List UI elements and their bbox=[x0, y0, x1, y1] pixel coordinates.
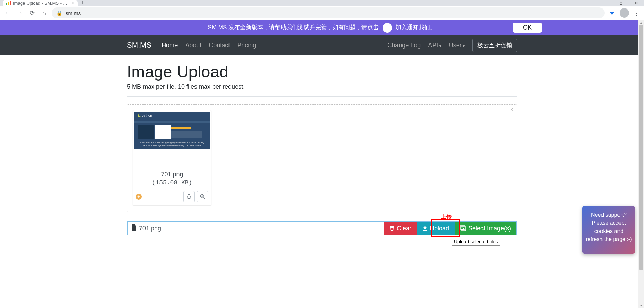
upload-icon bbox=[422, 225, 428, 231]
forward-button[interactable]: → bbox=[15, 8, 24, 18]
add-icon[interactable]: + bbox=[136, 194, 142, 200]
upload-button[interactable]: Upload bbox=[417, 222, 455, 235]
scrollbar-thumb[interactable] bbox=[639, 25, 643, 270]
file-thumbnail: python Python is a programming language … bbox=[134, 112, 210, 149]
nav-home[interactable]: Home bbox=[162, 42, 178, 49]
favicon-icon bbox=[6, 1, 11, 5]
address-bar[interactable]: 🔒 sm.ms bbox=[52, 7, 605, 18]
filename-input[interactable]: 701.png bbox=[128, 222, 384, 235]
browser-toolbar: ← → ⟳ ⌂ 🔒 sm.ms ★ ⋮ bbox=[0, 6, 644, 20]
maximize-button[interactable]: ◻ bbox=[613, 0, 628, 6]
main-navbar: SM.MS Home About Contact Pricing Change … bbox=[0, 35, 644, 55]
tab-close-icon[interactable]: × bbox=[71, 0, 74, 6]
delete-file-button[interactable] bbox=[183, 191, 195, 202]
clear-button[interactable]: Clear bbox=[384, 222, 417, 235]
upload-dropzone[interactable]: × python Python is a programming languag… bbox=[127, 104, 517, 212]
tab-row: Image Upload - SM.MS - Simp × + bbox=[0, 0, 644, 6]
announcement-banner: SM.MS 发布全新版本，请帮助我们测试并完善，如有问题，请点击 加入通知我们。… bbox=[0, 20, 644, 35]
profile-avatar[interactable] bbox=[620, 8, 629, 18]
bookmark-icon[interactable]: ★ bbox=[607, 8, 617, 18]
filename-text: 701.png bbox=[139, 225, 161, 232]
zoom-icon bbox=[200, 194, 205, 199]
main-container: Image Upload 5 MB max per file. 10 files… bbox=[127, 55, 517, 235]
reload-button[interactable]: ⟳ bbox=[27, 8, 37, 18]
home-button[interactable]: ⌂ bbox=[39, 8, 49, 18]
tab-title: Image Upload - SM.MS - Simp bbox=[13, 1, 69, 6]
file-preview-card: python Python is a programming language … bbox=[133, 110, 211, 205]
svg-rect-1 bbox=[8, 2, 9, 5]
file-actions: + bbox=[134, 189, 210, 204]
images-icon bbox=[460, 225, 466, 231]
support-widget[interactable]: Need support? Please accept cookies and … bbox=[582, 206, 635, 254]
nav-contact[interactable]: Contact bbox=[209, 42, 230, 49]
svg-point-9 bbox=[462, 227, 463, 228]
upload-tooltip: Upload selected files bbox=[452, 238, 500, 246]
browser-tab[interactable]: Image Upload - SM.MS - Simp × bbox=[3, 0, 78, 6]
file-size: (155.08 KB) bbox=[134, 179, 210, 186]
close-window-button[interactable]: ✕ bbox=[628, 0, 644, 6]
back-button[interactable]: ← bbox=[3, 8, 12, 18]
nav-api-dropdown[interactable]: API bbox=[428, 42, 441, 49]
divider bbox=[127, 96, 517, 97]
nav-user-dropdown[interactable]: User bbox=[449, 42, 465, 49]
vertical-scrollbar[interactable]: ▴ ▾ bbox=[638, 20, 644, 308]
banner-ok-button[interactable]: OK bbox=[513, 23, 542, 33]
select-images-button[interactable]: Select Image(s) bbox=[455, 222, 516, 235]
wechat-icon[interactable] bbox=[383, 23, 392, 33]
brand-logo[interactable]: SM.MS bbox=[127, 41, 151, 50]
nav-links: Home About Contact Pricing bbox=[162, 42, 256, 49]
page-subtitle: 5 MB max per file. 10 files max per requ… bbox=[127, 83, 517, 90]
browser-menu-icon[interactable]: ⋮ bbox=[632, 9, 641, 17]
zoom-file-button[interactable] bbox=[197, 191, 208, 202]
promo-button[interactable]: 极云五折促销 bbox=[472, 39, 517, 52]
scroll-down-icon[interactable]: ▾ bbox=[638, 303, 644, 308]
trash-icon bbox=[186, 194, 192, 199]
window-controls: ─ ◻ ✕ bbox=[597, 0, 644, 6]
banner-text: SM.MS 发布全新版本，请帮助我们测试并完善，如有问题，请点击 加入通知我们。 bbox=[208, 23, 436, 33]
nav-right: Change Log API User 极云五折促销 bbox=[387, 39, 517, 52]
svg-rect-0 bbox=[6, 3, 7, 5]
lock-icon: 🔒 bbox=[56, 10, 62, 16]
page-content: SM.MS 发布全新版本，请帮助我们测试并完善，如有问题，请点击 加入通知我们。… bbox=[0, 20, 644, 308]
trash-icon bbox=[389, 225, 395, 231]
nav-pricing[interactable]: Pricing bbox=[237, 42, 256, 49]
url-text: sm.ms bbox=[66, 10, 81, 16]
nav-changelog[interactable]: Change Log bbox=[387, 42, 421, 49]
annotation-upload-label: 上传 bbox=[441, 214, 452, 220]
file-name: 701.png bbox=[134, 171, 210, 178]
browser-chrome: Image Upload - SM.MS - Simp × + ← → ⟳ ⌂ … bbox=[0, 0, 644, 20]
nav-about[interactable]: About bbox=[185, 42, 201, 49]
scroll-up-icon[interactable]: ▴ bbox=[638, 20, 644, 25]
minimize-button[interactable]: ─ bbox=[597, 0, 613, 6]
svg-rect-2 bbox=[10, 1, 11, 5]
document-icon bbox=[132, 224, 136, 232]
dropzone-close-icon[interactable]: × bbox=[510, 107, 513, 113]
file-input-row: 701.png Clear Upload Select Image(s) bbox=[127, 221, 517, 235]
page-title: Image Upload bbox=[127, 62, 517, 81]
new-tab-button[interactable]: + bbox=[78, 0, 88, 7]
svg-line-4 bbox=[204, 198, 205, 199]
